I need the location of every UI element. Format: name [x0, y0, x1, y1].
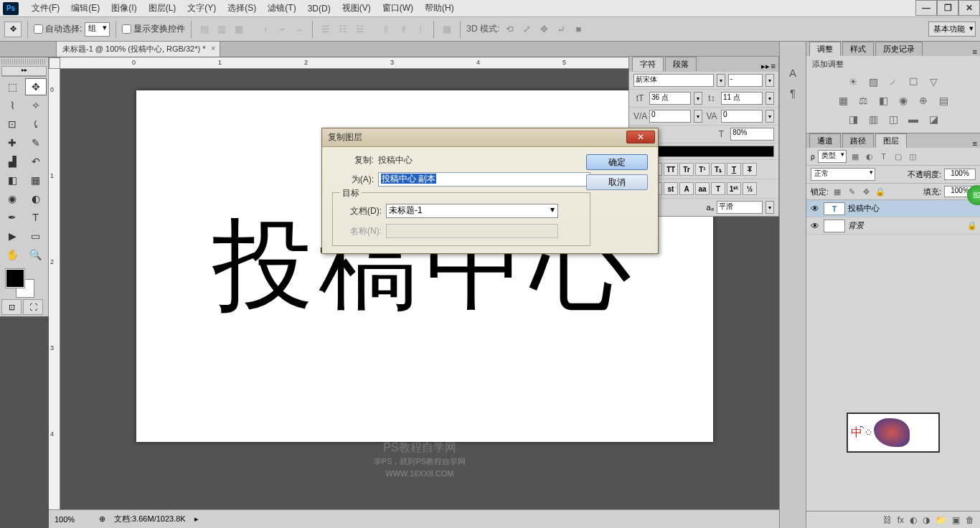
eyedropper-tool[interactable]: ⤹ [25, 116, 47, 133]
hand-tool[interactable]: ✋ [1, 246, 23, 263]
screenmode-icon[interactable]: ⛶ [23, 299, 43, 315]
balance-icon[interactable]: ⚖ [856, 94, 870, 107]
document-tab[interactable]: 未标题-1 @ 100% (投稿中心, RGB/32*) * [56, 41, 220, 57]
ot-frac-btn[interactable]: ½ [743, 182, 757, 195]
menu-file[interactable]: 文件(F) [26, 0, 65, 16]
threshold-icon[interactable]: ◫ [886, 113, 900, 126]
tab-adjustments[interactable]: 调整 [809, 42, 841, 56]
exposure-icon[interactable]: ☐ [906, 75, 920, 88]
navigator-preview[interactable]: 中 ི [847, 412, 940, 453]
dropdown-icon[interactable]: ▾ [765, 201, 774, 214]
scale-input[interactable]: 80% [730, 128, 774, 141]
panel-menu-icon[interactable]: ≡ [973, 139, 977, 148]
status-menu-icon[interactable]: ▸ [194, 514, 199, 524]
filter-smart-icon[interactable]: ◫ [907, 151, 918, 162]
menu-view[interactable]: 视图(V) [336, 0, 377, 16]
mode3d-icon[interactable]: ⤢ [519, 22, 534, 37]
menu-filter[interactable]: 滤镜(T) [262, 0, 301, 16]
as-input[interactable]: 投稿中心 副本 [378, 172, 590, 187]
tab-paths[interactable]: 路径 [842, 133, 874, 148]
layer-thumb[interactable]: T [824, 202, 845, 215]
menu-3d[interactable]: 3D(D) [302, 1, 336, 16]
superscript-btn[interactable]: T¹ [695, 163, 710, 176]
blur-tool[interactable]: ◉ [1, 190, 23, 207]
filter-adj-icon[interactable]: ◐ [864, 151, 875, 162]
zoom-tool[interactable]: 🔍 [25, 246, 47, 263]
strip-type-icon[interactable]: A [782, 63, 804, 82]
history-brush-tool[interactable]: ↶ [25, 153, 47, 170]
ot-ordn-btn[interactable]: 1ˢᵗ [727, 182, 741, 195]
menu-image[interactable]: 图像(I) [105, 0, 142, 16]
visibility-icon[interactable]: 👁 [809, 221, 821, 231]
wand-tool[interactable]: ✧ [25, 97, 47, 114]
photo-filter-icon[interactable]: ◉ [896, 94, 910, 107]
zoom-dropdown-icon[interactable]: ⊕ [99, 514, 105, 524]
filter-shape-icon[interactable]: ▢ [892, 151, 904, 162]
window-close[interactable]: ✕ [958, 0, 980, 16]
mixer-icon[interactable]: ⊕ [916, 94, 930, 107]
hue-icon[interactable]: ▦ [836, 94, 850, 107]
dialog-title[interactable]: 复制图层 ✕ [322, 128, 658, 147]
layer-name[interactable]: 投稿中心 [848, 203, 880, 214]
menu-help[interactable]: 帮助(H) [419, 0, 460, 16]
levels-icon[interactable]: ▨ [866, 75, 880, 88]
fg-color-swatch[interactable] [6, 269, 24, 288]
selective-icon[interactable]: ◪ [926, 113, 941, 126]
workspace-select[interactable]: 基本功能 [928, 22, 976, 37]
ruler-origin[interactable] [49, 57, 60, 69]
menu-edit[interactable]: 编辑(E) [65, 0, 105, 16]
window-maximize[interactable]: ❐ [937, 0, 958, 16]
lock-paint-icon[interactable]: ✎ [846, 186, 857, 197]
visibility-icon[interactable]: 👁 [809, 204, 821, 214]
lock-all-icon[interactable]: 🔒 [875, 186, 886, 197]
leading-input[interactable]: 11 点 [721, 92, 763, 105]
path-select-tool[interactable]: ▶ [1, 227, 23, 245]
dodge-tool[interactable]: ◐ [25, 190, 47, 207]
auto-select-type[interactable]: 组 [85, 22, 110, 37]
smallcaps-btn[interactable]: Tr [679, 163, 694, 176]
cancel-button[interactable]: 取消 [586, 174, 648, 190]
group-icon[interactable]: 📁 [936, 515, 946, 525]
lock-trans-icon[interactable]: ▦ [831, 186, 843, 197]
marquee-tool[interactable]: ⬚ [1, 78, 23, 95]
doc-select[interactable]: 未标题-1 [386, 204, 558, 218]
mode3d-icon[interactable]: ⤾ [554, 22, 568, 37]
mode3d-icon[interactable]: ■ [571, 22, 585, 37]
mode3d-icon[interactable]: ⟲ [502, 22, 517, 37]
tab-paragraph[interactable]: 段落 [665, 57, 697, 71]
filter-kind-select[interactable]: 类型 [818, 150, 847, 163]
gradient-tool[interactable]: ▦ [25, 171, 47, 189]
crop-tool[interactable]: ⊡ [1, 116, 23, 133]
type-tool[interactable]: T [25, 209, 47, 226]
link-icon[interactable]: ⛓ [883, 515, 892, 525]
auto-select-check[interactable]: 自动选择: [34, 23, 82, 35]
blend-mode-select[interactable]: 正常 [811, 168, 875, 181]
panel-menu-icon[interactable]: ≡ [973, 47, 977, 56]
move-tool-icon[interactable]: ✥ [4, 22, 22, 37]
adjustment-icon[interactable]: ◑ [923, 515, 930, 525]
font-size-input[interactable]: 36 点 [649, 92, 691, 105]
menu-window[interactable]: 窗口(W) [377, 0, 419, 16]
text-color-swatch[interactable] [657, 146, 774, 157]
layer-item[interactable]: 👁 T 投稿中心 [806, 200, 980, 217]
layer-thumb[interactable] [824, 220, 845, 232]
color-swatches[interactable] [1, 268, 47, 296]
dropdown-icon[interactable]: ▾ [717, 74, 725, 87]
tab-character[interactable]: 字符 [632, 57, 664, 71]
dropdown-icon[interactable]: ▾ [765, 74, 774, 87]
strike-btn[interactable]: Ŧ [743, 163, 757, 176]
fx-icon[interactable]: fx [897, 515, 904, 525]
new-layer-icon[interactable]: ▣ [952, 515, 960, 525]
subscript-btn[interactable]: T₁ [711, 163, 725, 176]
tab-layers[interactable]: 图层 [875, 133, 907, 148]
tracking-input[interactable]: 0 [721, 110, 763, 123]
menu-type[interactable]: 文字(Y) [182, 0, 222, 16]
bw-icon[interactable]: ◧ [876, 94, 890, 107]
opacity-input[interactable]: 100% [944, 169, 976, 180]
underline-btn[interactable]: T [727, 163, 741, 176]
mode3d-icon[interactable]: ✥ [537, 22, 551, 37]
tab-styles[interactable]: 样式 [842, 42, 874, 56]
allcaps-btn[interactable]: TT [664, 163, 678, 176]
menu-layer[interactable]: 图层(L) [143, 0, 182, 16]
shape-tool[interactable]: ▭ [25, 227, 47, 245]
